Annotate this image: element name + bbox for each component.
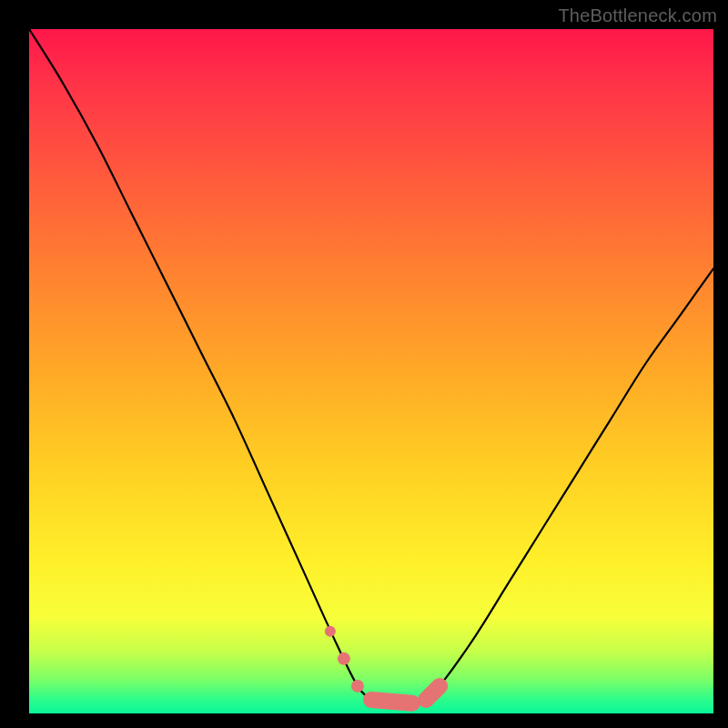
plot-area — [29, 29, 713, 713]
curve-marker — [371, 700, 412, 703]
curve-marker — [426, 686, 440, 700]
bottleneck-curve — [29, 29, 713, 713]
curve-marker — [338, 652, 350, 665]
curve-marker — [351, 680, 364, 693]
watermark-text: TheBottleneck.com — [558, 5, 717, 26]
chart-frame: TheBottleneck.com — [0, 0, 728, 728]
curve-marker — [325, 626, 336, 637]
